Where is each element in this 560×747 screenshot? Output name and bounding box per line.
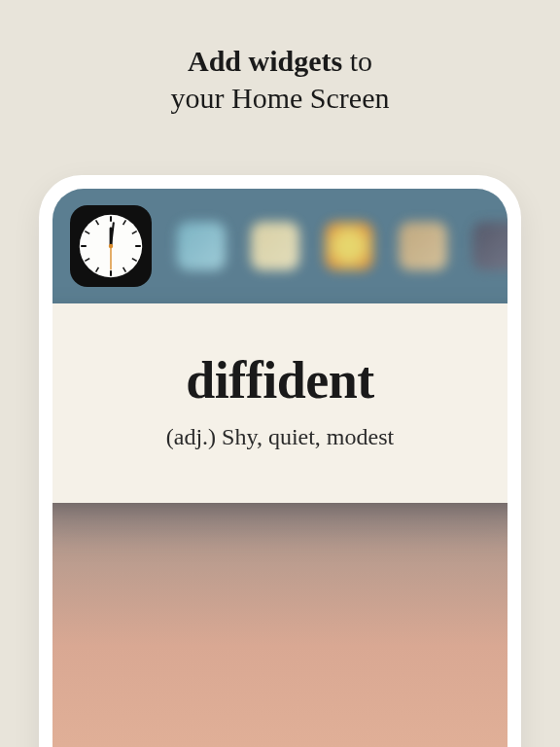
blurred-app-icon bbox=[177, 222, 226, 270]
clock-icon bbox=[77, 212, 145, 280]
promo-heading: Add widgets to your Home Screen bbox=[0, 0, 560, 116]
blurred-app-icon bbox=[325, 222, 373, 270]
svg-point-16 bbox=[109, 244, 113, 248]
dock-row bbox=[52, 189, 508, 303]
blurred-app-icon bbox=[399, 222, 447, 270]
word-definition: (adj.) Shy, quiet, modest bbox=[52, 424, 508, 450]
word-text: diffident bbox=[52, 350, 508, 410]
device-frame: diffident (adj.) Shy, quiet, modest bbox=[39, 175, 521, 747]
heading-bold: Add widgets bbox=[188, 45, 342, 77]
heading-line1-rest: to bbox=[342, 45, 372, 77]
blurred-app-icon bbox=[472, 222, 508, 270]
word-of-day-widget[interactable]: diffident (adj.) Shy, quiet, modest bbox=[52, 303, 508, 503]
home-screen: diffident (adj.) Shy, quiet, modest bbox=[52, 189, 508, 747]
clock-app-icon[interactable] bbox=[70, 205, 152, 287]
heading-line2: your Home Screen bbox=[0, 80, 560, 117]
blurred-app-icon bbox=[251, 222, 299, 270]
